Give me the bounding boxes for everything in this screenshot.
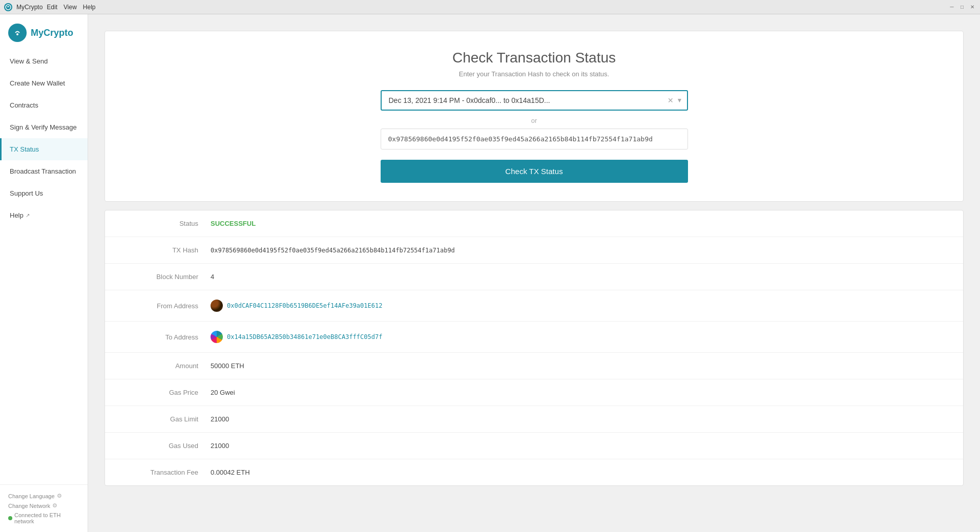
network-status-label: Connected to ETH network <box>14 512 79 524</box>
or-divider: or <box>126 117 943 124</box>
sidebar-logo: MyCrypto <box>0 18 88 50</box>
svg-point-2 <box>16 33 18 35</box>
sidebar-item-sign-verify[interactable]: Sign & Verify Message <box>0 116 88 138</box>
titlebar: MyCrypto Edit View Help ─ □ ✕ <box>0 0 980 14</box>
sidebar-item-create-wallet[interactable]: Create New Wallet <box>0 72 88 94</box>
tx-results-card: Status SUCCESSFUL TX Hash 0x978569860e0d… <box>105 210 964 486</box>
change-network-item[interactable]: Change Network ⚙ <box>8 501 79 510</box>
sidebar-item-broadcast[interactable]: Broadcast Transaction <box>0 160 88 182</box>
to-address-avatar <box>211 331 223 343</box>
status-value: SUCCESSFUL <box>211 220 256 227</box>
app-logo-icon <box>4 3 12 11</box>
sidebar-navigation: View & Send Create New Wallet Contracts … <box>0 50 88 484</box>
result-row-tx-fee: Transaction Fee 0.00042 ETH <box>105 459 963 485</box>
svg-point-1 <box>12 28 23 38</box>
sidebar-item-view-send[interactable]: View & Send <box>0 50 88 72</box>
gear-icon-network: ⚙ <box>52 502 57 509</box>
tx-hash-label: TX Hash <box>121 246 198 254</box>
tx-dropdown-input[interactable] <box>381 90 688 111</box>
tx-status-form-card: Check Transaction Status Enter your Tran… <box>105 31 964 202</box>
to-address-value[interactable]: 0x14a15DB65A2B50b34861e71e0eB8CA3fffC05d… <box>227 333 382 341</box>
change-language-label: Change Language <box>8 493 55 499</box>
dropdown-arrow-icon[interactable]: ▼ <box>677 97 683 104</box>
close-button[interactable]: ✕ <box>969 4 976 11</box>
minimize-button[interactable]: ─ <box>948 4 955 11</box>
titlebar-menu: Edit View Help <box>47 4 95 11</box>
window-controls: ─ □ ✕ <box>948 4 976 11</box>
result-row-gas-limit: Gas Limit 21000 <box>105 406 963 433</box>
main-content: Check Transaction Status Enter your Tran… <box>88 14 980 532</box>
to-address-label: To Address <box>121 333 198 341</box>
sidebar-logo-text: MyCrypto <box>31 28 73 38</box>
sidebar-footer: Change Language ⚙ Change Network ⚙ Conne… <box>0 484 88 532</box>
result-row-status: Status SUCCESSFUL <box>105 210 963 237</box>
page-subtitle: Enter your Transaction Hash to check on … <box>126 70 943 78</box>
status-label: Status <box>121 220 198 227</box>
sidebar-item-support[interactable]: Support Us <box>0 182 88 204</box>
from-address-value[interactable]: 0x0dCAF04C1128F0b6519B6DE5ef14AFe39a01E6… <box>227 302 382 309</box>
tx-hash-value: 0x978569860e0d4195f52f0ae035f9ed45a266a2… <box>211 247 455 254</box>
menu-edit[interactable]: Edit <box>47 4 57 11</box>
amount-value: 50000 ETH <box>211 362 244 370</box>
from-address-avatar <box>211 300 223 312</box>
tx-hash-input[interactable] <box>381 129 688 150</box>
block-number-label: Block Number <box>121 273 198 281</box>
result-row-gas-used: Gas Used 21000 <box>105 433 963 459</box>
to-address-wrapper: 0x14a15DB65A2B50b34861e71e0eB8CA3fffC05d… <box>211 331 382 343</box>
result-row-block-number: Block Number 4 <box>105 264 963 290</box>
menu-view[interactable]: View <box>64 4 77 11</box>
from-address-label: From Address <box>121 302 198 310</box>
tx-selector-controls: ✕ ▼ <box>668 96 683 104</box>
svg-point-0 <box>6 5 11 10</box>
tx-fee-value: 0.00042 ETH <box>211 469 250 476</box>
result-row-gas-price: Gas Price 20 Gwei <box>105 379 963 406</box>
tx-selector-wrapper: ✕ ▼ <box>381 90 688 111</box>
page-title: Check Transaction Status <box>126 50 943 66</box>
amount-label: Amount <box>121 362 198 370</box>
app-layout: MyCrypto View & Send Create New Wallet C… <box>0 14 980 532</box>
sidebar-item-tx-status[interactable]: TX Status <box>0 138 88 160</box>
change-language-item[interactable]: Change Language ⚙ <box>8 491 79 501</box>
from-address-wrapper: 0x0dCAF04C1128F0b6519B6DE5ef14AFe39a01E6… <box>211 300 382 312</box>
maximize-button[interactable]: □ <box>958 4 966 11</box>
sidebar-item-help[interactable]: Help ↗ <box>0 204 88 226</box>
change-network-label: Change Network <box>8 503 50 509</box>
result-row-amount: Amount 50000 ETH <box>105 353 963 379</box>
gas-used-label: Gas Used <box>121 442 198 450</box>
check-tx-status-button[interactable]: Check TX Status <box>381 160 688 183</box>
gas-price-label: Gas Price <box>121 389 198 396</box>
clear-dropdown-button[interactable]: ✕ <box>668 96 674 104</box>
gas-limit-value: 21000 <box>211 415 229 423</box>
sidebar-item-contracts[interactable]: Contracts <box>0 94 88 116</box>
result-row-to-address: To Address 0x14a15DB65A2B50b34861e71e0eB… <box>105 322 963 353</box>
gas-price-value: 20 Gwei <box>211 389 235 396</box>
result-row-from-address: From Address 0x0dCAF04C1128F0b6519B6DE5e… <box>105 290 963 322</box>
gas-used-value: 21000 <box>211 442 229 450</box>
titlebar-left: MyCrypto Edit View Help <box>4 3 96 11</box>
gas-limit-label: Gas Limit <box>121 415 198 423</box>
gear-icon-language: ⚙ <box>57 493 62 499</box>
logo-icon <box>8 24 27 42</box>
network-status-dot <box>8 516 12 520</box>
network-status-item: Connected to ETH network <box>8 510 79 526</box>
tx-fee-label: Transaction Fee <box>121 469 198 476</box>
titlebar-app-name: MyCrypto <box>16 4 43 11</box>
block-number-value: 4 <box>211 273 214 281</box>
result-row-tx-hash: TX Hash 0x978569860e0d4195f52f0ae035f9ed… <box>105 237 963 264</box>
sidebar: MyCrypto View & Send Create New Wallet C… <box>0 14 88 532</box>
external-link-icon: ↗ <box>26 212 30 218</box>
menu-help[interactable]: Help <box>83 4 96 11</box>
